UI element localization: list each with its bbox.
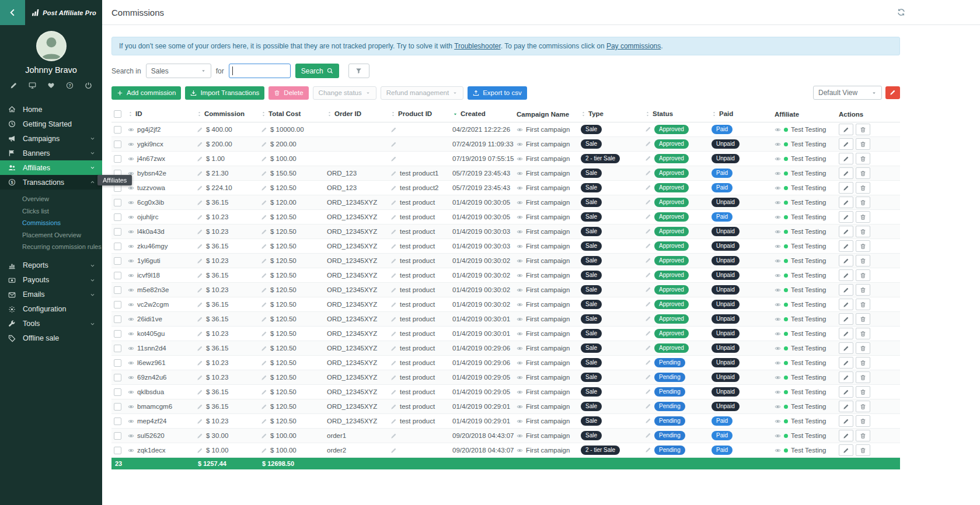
pencil-icon[interactable] [390, 388, 397, 395]
pencil-icon[interactable] [197, 213, 203, 220]
column-header-commission[interactable]: Commission [194, 107, 259, 122]
row-checkbox[interactable] [114, 286, 121, 294]
pencil-icon[interactable] [197, 126, 203, 133]
troubleshooter-link[interactable]: Troubleshooter [454, 42, 501, 50]
edit-row-button[interactable] [839, 342, 853, 354]
filter-button[interactable] [348, 64, 369, 78]
eye-icon[interactable] [775, 170, 781, 177]
eye-icon[interactable] [517, 243, 523, 250]
pencil-icon[interactable] [261, 388, 267, 395]
edit-row-button[interactable] [839, 401, 853, 412]
eye-icon[interactable] [517, 330, 523, 337]
eye-icon[interactable] [517, 199, 523, 206]
delete-row-button[interactable] [856, 226, 870, 237]
eye-icon[interactable] [517, 359, 523, 366]
pay-commissions-link[interactable]: Pay commissions [606, 42, 661, 50]
pencil-icon[interactable] [390, 418, 397, 425]
pencil-icon[interactable] [197, 184, 203, 191]
pencil-icon[interactable] [390, 141, 397, 148]
pencil-icon[interactable] [645, 359, 651, 366]
eye-icon[interactable] [128, 272, 134, 279]
delete-row-button[interactable] [856, 371, 870, 383]
column-header-created[interactable]: Created [450, 107, 514, 122]
pencil-icon[interactable] [645, 402, 651, 409]
eye-icon[interactable] [775, 228, 781, 235]
sidebar-item-affiliates[interactable]: Affiliates [0, 160, 102, 175]
eye-icon[interactable] [128, 199, 134, 206]
pencil-icon[interactable] [390, 301, 397, 308]
pencil-icon[interactable] [261, 359, 267, 366]
column-header-product-id[interactable]: Product ID [388, 107, 450, 122]
sidebar-item-payouts[interactable]: Payouts [0, 273, 102, 287]
column-header-paid[interactable]: Paid [709, 107, 772, 122]
sidebar-item-banners[interactable]: Banners [0, 146, 102, 160]
pencil-icon[interactable] [645, 388, 651, 395]
pencil-icon[interactable] [390, 126, 397, 133]
eye-icon[interactable] [128, 315, 134, 322]
delete-row-button[interactable] [856, 284, 870, 296]
pencil-icon[interactable] [261, 315, 267, 322]
export-csv-button[interactable]: Export to csv [468, 86, 526, 100]
pencil-icon[interactable] [390, 374, 397, 381]
edit-row-button[interactable] [839, 211, 853, 223]
eye-icon[interactable] [775, 359, 781, 366]
row-checkbox[interactable] [114, 374, 121, 381]
help-icon[interactable]: ? [66, 82, 74, 89]
row-checkbox[interactable] [114, 301, 121, 308]
eye-icon[interactable] [775, 374, 781, 381]
refund-management-dropdown[interactable]: Refund management [381, 86, 463, 100]
change-status-dropdown[interactable]: Change status [313, 86, 376, 100]
brand-logo[interactable]: Post Affiliate Pro [25, 0, 102, 25]
row-checkbox[interactable] [114, 243, 121, 250]
pencil-icon[interactable] [390, 243, 397, 250]
pencil-icon[interactable] [261, 257, 267, 264]
eye-icon[interactable] [775, 345, 781, 352]
pencil-icon[interactable] [645, 373, 651, 380]
edit-row-button[interactable] [839, 357, 853, 369]
edit-row-button[interactable] [839, 167, 853, 179]
sidebar-subitem-clicks-list[interactable]: Clicks list [0, 205, 102, 218]
eye-icon[interactable] [775, 243, 781, 250]
eye-icon[interactable] [775, 418, 781, 425]
pencil-icon[interactable] [197, 228, 203, 235]
eye-icon[interactable] [128, 447, 134, 454]
eye-icon[interactable] [128, 286, 134, 293]
pencil-icon[interactable] [645, 329, 651, 336]
logout-icon[interactable] [85, 82, 92, 89]
delete-row-button[interactable] [856, 444, 870, 456]
eye-icon[interactable] [517, 257, 523, 264]
column-header-campaign-name[interactable]: Campaign Name [514, 107, 578, 122]
delete-row-button[interactable] [856, 197, 870, 208]
edit-row-button[interactable] [839, 299, 853, 310]
pencil-icon[interactable] [645, 140, 651, 147]
edit-row-button[interactable] [839, 269, 853, 281]
column-header-order-id[interactable]: Order ID [325, 107, 388, 122]
sidebar-item-tools[interactable]: Tools [0, 317, 102, 331]
pencil-icon[interactable] [197, 301, 203, 308]
sidebar-subitem-placement-overview[interactable]: Placement Overview [0, 229, 102, 241]
delete-row-button[interactable] [856, 138, 870, 150]
add-commission-button[interactable]: Add commission [111, 86, 181, 100]
eye-icon[interactable] [775, 447, 781, 454]
pencil-icon[interactable] [261, 286, 267, 293]
edit-row-button[interactable] [839, 328, 853, 339]
eye-icon[interactable] [775, 286, 781, 293]
pencil-icon[interactable] [261, 432, 267, 439]
column-header-status[interactable]: Status [643, 107, 709, 122]
edit-row-button[interactable] [839, 313, 853, 325]
eye-icon[interactable] [128, 345, 134, 352]
sidebar-item-getting-started[interactable]: Getting Started [0, 117, 102, 131]
pencil-icon[interactable] [197, 374, 203, 381]
pencil-icon[interactable] [645, 432, 651, 439]
edit-row-button[interactable] [839, 371, 853, 383]
view-selector[interactable]: Default View [813, 86, 882, 100]
pencil-icon[interactable] [645, 198, 651, 205]
eye-icon[interactable] [517, 345, 523, 352]
row-checkbox[interactable] [114, 141, 121, 148]
pencil-icon[interactable] [197, 345, 203, 352]
eye-icon[interactable] [128, 213, 134, 220]
search-scope-select[interactable]: Sales [146, 64, 211, 78]
pencil-icon[interactable] [197, 257, 203, 264]
edit-view-button[interactable] [885, 86, 900, 99]
pencil-icon[interactable] [197, 330, 203, 337]
